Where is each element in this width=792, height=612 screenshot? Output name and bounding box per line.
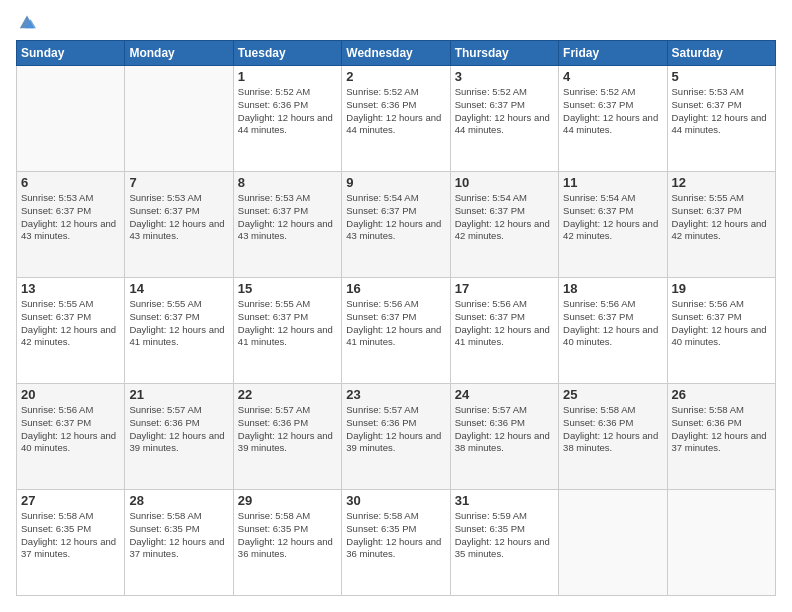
calendar-table: SundayMondayTuesdayWednesdayThursdayFrid… — [16, 40, 776, 596]
day-number: 7 — [129, 175, 228, 190]
day-info: Sunrise: 5:55 AMSunset: 6:37 PMDaylight:… — [21, 298, 120, 349]
week-row-2: 6Sunrise: 5:53 AMSunset: 6:37 PMDaylight… — [17, 172, 776, 278]
header — [16, 16, 776, 30]
day-info: Sunrise: 5:58 AMSunset: 6:35 PMDaylight:… — [238, 510, 337, 561]
day-number: 5 — [672, 69, 771, 84]
calendar-cell: 26Sunrise: 5:58 AMSunset: 6:36 PMDayligh… — [667, 384, 775, 490]
calendar-cell: 30Sunrise: 5:58 AMSunset: 6:35 PMDayligh… — [342, 490, 450, 596]
day-info: Sunrise: 5:55 AMSunset: 6:37 PMDaylight:… — [238, 298, 337, 349]
calendar-cell: 13Sunrise: 5:55 AMSunset: 6:37 PMDayligh… — [17, 278, 125, 384]
calendar-cell — [17, 66, 125, 172]
calendar-cell: 2Sunrise: 5:52 AMSunset: 6:36 PMDaylight… — [342, 66, 450, 172]
day-info: Sunrise: 5:55 AMSunset: 6:37 PMDaylight:… — [129, 298, 228, 349]
day-info: Sunrise: 5:58 AMSunset: 6:36 PMDaylight:… — [563, 404, 662, 455]
calendar-cell: 27Sunrise: 5:58 AMSunset: 6:35 PMDayligh… — [17, 490, 125, 596]
day-number: 21 — [129, 387, 228, 402]
day-number: 31 — [455, 493, 554, 508]
calendar-cell: 14Sunrise: 5:55 AMSunset: 6:37 PMDayligh… — [125, 278, 233, 384]
calendar-cell: 29Sunrise: 5:58 AMSunset: 6:35 PMDayligh… — [233, 490, 341, 596]
calendar-cell: 21Sunrise: 5:57 AMSunset: 6:36 PMDayligh… — [125, 384, 233, 490]
calendar-cell — [559, 490, 667, 596]
day-number: 16 — [346, 281, 445, 296]
weekday-tuesday: Tuesday — [233, 41, 341, 66]
day-number: 18 — [563, 281, 662, 296]
day-number: 1 — [238, 69, 337, 84]
calendar-cell: 25Sunrise: 5:58 AMSunset: 6:36 PMDayligh… — [559, 384, 667, 490]
calendar-cell: 6Sunrise: 5:53 AMSunset: 6:37 PMDaylight… — [17, 172, 125, 278]
day-number: 17 — [455, 281, 554, 296]
day-number: 28 — [129, 493, 228, 508]
calendar-cell: 23Sunrise: 5:57 AMSunset: 6:36 PMDayligh… — [342, 384, 450, 490]
day-info: Sunrise: 5:52 AMSunset: 6:36 PMDaylight:… — [346, 86, 445, 137]
day-info: Sunrise: 5:58 AMSunset: 6:36 PMDaylight:… — [672, 404, 771, 455]
calendar-cell — [125, 66, 233, 172]
calendar-cell: 1Sunrise: 5:52 AMSunset: 6:36 PMDaylight… — [233, 66, 341, 172]
day-number: 15 — [238, 281, 337, 296]
weekday-sunday: Sunday — [17, 41, 125, 66]
weekday-monday: Monday — [125, 41, 233, 66]
day-info: Sunrise: 5:53 AMSunset: 6:37 PMDaylight:… — [238, 192, 337, 243]
day-info: Sunrise: 5:58 AMSunset: 6:35 PMDaylight:… — [129, 510, 228, 561]
week-row-5: 27Sunrise: 5:58 AMSunset: 6:35 PMDayligh… — [17, 490, 776, 596]
day-info: Sunrise: 5:54 AMSunset: 6:37 PMDaylight:… — [455, 192, 554, 243]
day-info: Sunrise: 5:52 AMSunset: 6:37 PMDaylight:… — [455, 86, 554, 137]
day-number: 19 — [672, 281, 771, 296]
calendar-cell: 7Sunrise: 5:53 AMSunset: 6:37 PMDaylight… — [125, 172, 233, 278]
day-info: Sunrise: 5:55 AMSunset: 6:37 PMDaylight:… — [672, 192, 771, 243]
weekday-wednesday: Wednesday — [342, 41, 450, 66]
calendar-cell: 28Sunrise: 5:58 AMSunset: 6:35 PMDayligh… — [125, 490, 233, 596]
day-number: 2 — [346, 69, 445, 84]
calendar-cell: 11Sunrise: 5:54 AMSunset: 6:37 PMDayligh… — [559, 172, 667, 278]
day-number: 22 — [238, 387, 337, 402]
calendar-cell: 5Sunrise: 5:53 AMSunset: 6:37 PMDaylight… — [667, 66, 775, 172]
day-number: 23 — [346, 387, 445, 402]
day-info: Sunrise: 5:57 AMSunset: 6:36 PMDaylight:… — [129, 404, 228, 455]
calendar-cell: 19Sunrise: 5:56 AMSunset: 6:37 PMDayligh… — [667, 278, 775, 384]
day-number: 13 — [21, 281, 120, 296]
day-number: 27 — [21, 493, 120, 508]
logo-icon — [18, 12, 36, 30]
day-info: Sunrise: 5:52 AMSunset: 6:37 PMDaylight:… — [563, 86, 662, 137]
day-info: Sunrise: 5:56 AMSunset: 6:37 PMDaylight:… — [672, 298, 771, 349]
day-info: Sunrise: 5:56 AMSunset: 6:37 PMDaylight:… — [346, 298, 445, 349]
calendar-cell: 16Sunrise: 5:56 AMSunset: 6:37 PMDayligh… — [342, 278, 450, 384]
week-row-3: 13Sunrise: 5:55 AMSunset: 6:37 PMDayligh… — [17, 278, 776, 384]
calendar-cell: 22Sunrise: 5:57 AMSunset: 6:36 PMDayligh… — [233, 384, 341, 490]
calendar-cell: 12Sunrise: 5:55 AMSunset: 6:37 PMDayligh… — [667, 172, 775, 278]
day-info: Sunrise: 5:54 AMSunset: 6:37 PMDaylight:… — [346, 192, 445, 243]
calendar-cell: 18Sunrise: 5:56 AMSunset: 6:37 PMDayligh… — [559, 278, 667, 384]
day-number: 12 — [672, 175, 771, 190]
day-number: 20 — [21, 387, 120, 402]
weekday-thursday: Thursday — [450, 41, 558, 66]
day-info: Sunrise: 5:56 AMSunset: 6:37 PMDaylight:… — [455, 298, 554, 349]
day-info: Sunrise: 5:52 AMSunset: 6:36 PMDaylight:… — [238, 86, 337, 137]
day-number: 6 — [21, 175, 120, 190]
day-number: 14 — [129, 281, 228, 296]
day-number: 26 — [672, 387, 771, 402]
calendar-cell: 9Sunrise: 5:54 AMSunset: 6:37 PMDaylight… — [342, 172, 450, 278]
day-number: 4 — [563, 69, 662, 84]
day-info: Sunrise: 5:57 AMSunset: 6:36 PMDaylight:… — [238, 404, 337, 455]
weekday-saturday: Saturday — [667, 41, 775, 66]
day-info: Sunrise: 5:56 AMSunset: 6:37 PMDaylight:… — [21, 404, 120, 455]
logo-text — [16, 16, 36, 30]
calendar-cell: 31Sunrise: 5:59 AMSunset: 6:35 PMDayligh… — [450, 490, 558, 596]
calendar-cell: 10Sunrise: 5:54 AMSunset: 6:37 PMDayligh… — [450, 172, 558, 278]
day-info: Sunrise: 5:54 AMSunset: 6:37 PMDaylight:… — [563, 192, 662, 243]
calendar-cell: 17Sunrise: 5:56 AMSunset: 6:37 PMDayligh… — [450, 278, 558, 384]
day-number: 3 — [455, 69, 554, 84]
weekday-friday: Friday — [559, 41, 667, 66]
day-info: Sunrise: 5:53 AMSunset: 6:37 PMDaylight:… — [672, 86, 771, 137]
calendar-cell: 3Sunrise: 5:52 AMSunset: 6:37 PMDaylight… — [450, 66, 558, 172]
calendar-cell: 4Sunrise: 5:52 AMSunset: 6:37 PMDaylight… — [559, 66, 667, 172]
day-number: 29 — [238, 493, 337, 508]
day-number: 24 — [455, 387, 554, 402]
day-info: Sunrise: 5:53 AMSunset: 6:37 PMDaylight:… — [129, 192, 228, 243]
calendar-cell — [667, 490, 775, 596]
day-number: 9 — [346, 175, 445, 190]
day-info: Sunrise: 5:58 AMSunset: 6:35 PMDaylight:… — [346, 510, 445, 561]
day-info: Sunrise: 5:57 AMSunset: 6:36 PMDaylight:… — [455, 404, 554, 455]
page: SundayMondayTuesdayWednesdayThursdayFrid… — [0, 0, 792, 612]
weekday-header-row: SundayMondayTuesdayWednesdayThursdayFrid… — [17, 41, 776, 66]
day-info: Sunrise: 5:57 AMSunset: 6:36 PMDaylight:… — [346, 404, 445, 455]
